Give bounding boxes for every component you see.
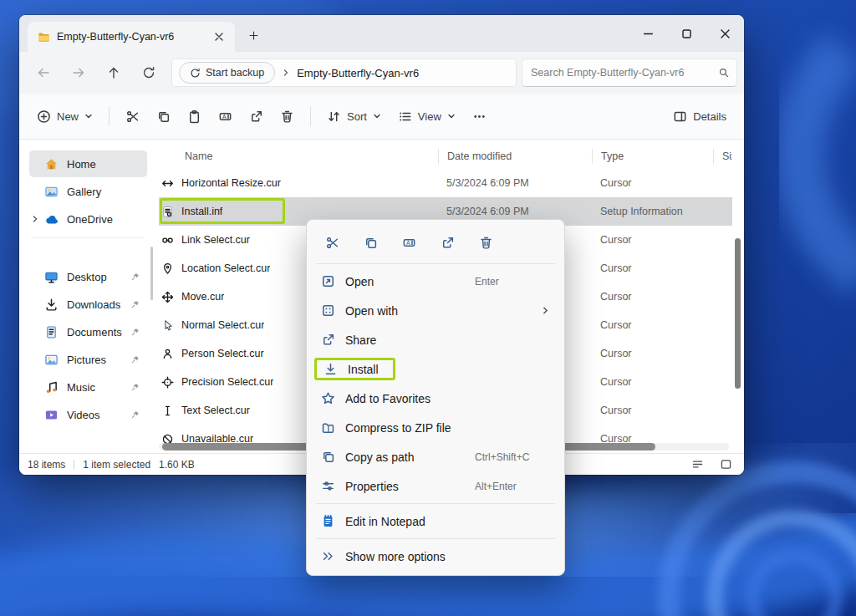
documents-icon (44, 325, 59, 339)
toolbar-separator (109, 106, 110, 126)
new-tab-button[interactable] (242, 23, 265, 47)
file-type: Cursor (592, 319, 713, 331)
breadcrumb-chevron-icon (282, 69, 290, 77)
forward-icon (72, 66, 85, 79)
file-name: Normal Select.cur (181, 319, 264, 331)
file-date: 5/3/2024 6:09 PM (438, 206, 592, 217)
menu-item-open-with[interactable]: Open with (311, 296, 560, 325)
open-icon (319, 274, 336, 288)
sidebar-item-home[interactable]: Home (29, 150, 147, 177)
text-select-cursor-icon (160, 405, 174, 417)
double-chevron-icon (319, 549, 336, 563)
menu-item-label: Open (345, 275, 374, 288)
search-box[interactable] (522, 59, 737, 87)
menu-delete-button[interactable] (468, 228, 503, 257)
menu-cut-button[interactable] (314, 228, 349, 257)
file-name: Move.cur (181, 291, 224, 303)
share-button[interactable] (242, 101, 271, 131)
forward-button[interactable] (64, 59, 93, 87)
menu-item-label: Compress to ZIP file (345, 421, 451, 435)
menu-item-compress-to-zip[interactable]: Compress to ZIP file (311, 413, 560, 442)
minimize-button[interactable] (629, 15, 667, 52)
share-icon (441, 236, 455, 250)
tab-close-button[interactable] (210, 28, 228, 46)
file-name: Person Select.cur (181, 348, 264, 359)
chevron-down-icon (373, 112, 381, 120)
sidebar-item-pictures[interactable]: Pictures (29, 346, 147, 373)
refresh-icon (142, 66, 155, 79)
sidebar-item-label: Videos (67, 409, 100, 421)
install-highlight: Install (314, 358, 395, 380)
menu-item-label: Install (348, 363, 379, 376)
breadcrumb-current-folder[interactable]: Empty-Butterfly-Cyan-vr6 (297, 67, 419, 79)
view-icon (398, 109, 412, 124)
explorer-tab[interactable]: Empty-Butterfly-Cyan-vr6 (28, 22, 235, 52)
menu-item-share[interactable]: Share (311, 325, 560, 354)
cut-icon (125, 109, 140, 124)
file-type: Cursor (592, 405, 713, 416)
menu-item-add-to-favorites[interactable]: Add to Favorites (311, 384, 560, 413)
paste-button[interactable] (180, 101, 209, 131)
cut-button[interactable] (118, 101, 147, 131)
copy-icon (364, 236, 378, 250)
menu-item-label: Copy as path (345, 451, 415, 464)
onedrive-icon (44, 212, 59, 227)
context-menu-icon-row: A (311, 224, 560, 261)
sidebar-item-music[interactable]: Music (29, 374, 147, 400)
back-button[interactable] (29, 59, 58, 87)
search-input[interactable] (529, 66, 713, 79)
details-button[interactable]: Details (665, 101, 734, 131)
sort-button[interactable]: Sort (319, 101, 389, 131)
menu-item-copy-as-path[interactable]: Copy as path Ctrl+Shift+C (311, 442, 560, 471)
menu-rename-button[interactable]: A (391, 228, 426, 257)
rename-button[interactable]: A (211, 101, 240, 131)
menu-item-install[interactable]: Install (311, 354, 560, 384)
vertical-scrollbar-thumb[interactable] (735, 238, 741, 389)
chevron-down-icon (84, 112, 93, 120)
menu-item-open[interactable]: Open Enter (311, 267, 560, 296)
details-view-button[interactable] (687, 456, 707, 473)
thumbnails-view-button[interactable] (716, 456, 736, 473)
up-button[interactable] (99, 59, 128, 87)
copy-button[interactable] (149, 101, 178, 131)
sidebar-item-desktop[interactable]: Desktop (29, 263, 147, 290)
sidebar-item-gallery[interactable]: Gallery (29, 178, 147, 205)
music-icon (44, 380, 59, 395)
sidebar-separator (31, 237, 144, 262)
open-with-icon (319, 303, 336, 318)
items-count: 18 items (28, 459, 65, 471)
chevron-right-icon[interactable] (31, 215, 39, 223)
horizontal-resize-cursor-icon (160, 177, 174, 190)
sidebar: Home Gallery OneDrive (19, 140, 155, 453)
breadcrumb-bar[interactable]: Start backup Empty-Butterfly-Cyan-vr6 (171, 59, 517, 87)
sidebar-item-videos[interactable]: Videos (29, 401, 147, 428)
close-window-button[interactable] (706, 15, 744, 52)
file-type: Cursor (592, 177, 713, 189)
column-size[interactable]: Size (713, 149, 732, 164)
sidebar-scrollbar[interactable] (150, 247, 153, 300)
menu-item-properties[interactable]: Properties Alt+Enter (311, 471, 560, 501)
sidebar-item-documents[interactable]: Documents (29, 318, 147, 345)
sidebar-item-label: Home (67, 158, 96, 171)
column-type[interactable]: Type (592, 149, 713, 164)
more-options-button[interactable] (465, 101, 494, 131)
maximize-button[interactable] (667, 15, 706, 52)
sidebar-item-downloads[interactable]: Downloads (29, 291, 147, 318)
column-name[interactable]: Name (160, 150, 438, 162)
menu-item-edit-in-notepad[interactable]: Edit in Notepad (311, 507, 560, 536)
menu-copy-button[interactable] (353, 228, 388, 257)
view-button[interactable]: View (390, 101, 463, 131)
menu-share-button[interactable] (430, 228, 465, 257)
menu-item-show-more-options[interactable]: Show more options (311, 542, 560, 571)
precision-select-cursor-icon (160, 376, 174, 389)
column-date-modified[interactable]: Date modified (438, 149, 592, 164)
file-row[interactable]: Horizontal Resize.cur 5/3/2024 6:09 PM C… (159, 169, 732, 197)
new-button[interactable]: New (29, 101, 100, 131)
chevron-down-icon (447, 112, 456, 120)
delete-button[interactable] (273, 101, 302, 131)
refresh-button[interactable] (135, 59, 163, 87)
start-backup-button[interactable]: Start backup (179, 62, 275, 84)
sidebar-item-onedrive[interactable]: OneDrive (29, 206, 147, 232)
copy-path-icon (319, 450, 336, 464)
file-type: Cursor (592, 262, 713, 274)
